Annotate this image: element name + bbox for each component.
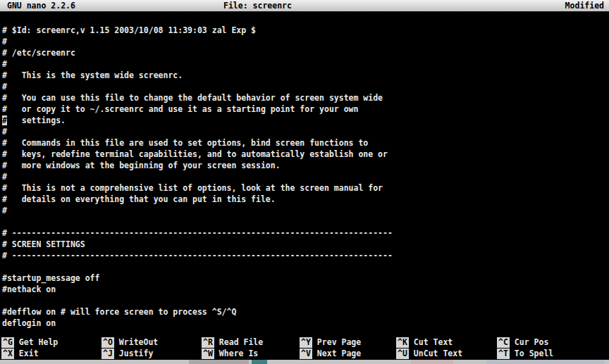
shortcut-key-badge: ^T (497, 349, 510, 359)
shortcut-label: Cur Pos (515, 337, 548, 347)
app-version-title: GNU nano 2.2.6 (7, 0, 75, 11)
editor-text-area[interactable]: # $Id: screenrc,v 1.15 2003/10/08 11:39:… (2, 25, 609, 329)
nano-title-bar: GNU nano 2.2.6 File: screenrc Modified (0, 0, 609, 12)
shortcut-label: To Spell (515, 349, 553, 358)
shortcut-ctrl-v: ^VNext Page (300, 349, 361, 360)
shortcut-label: Cut Text (414, 337, 453, 347)
editor-line: # (2, 126, 609, 137)
shortcut-key-badge: ^O (102, 337, 114, 348)
shortcut-key-badge: ^K (396, 337, 409, 348)
nano-terminal-window[interactable]: GNU nano 2.2.6 File: screenrc Modified #… (0, 0, 609, 364)
open-file-name: File: screenrc (223, 0, 292, 11)
editor-line (2, 261, 609, 272)
shortcut-key-badge: ^V (300, 349, 312, 359)
editor-line: # $Id: screenrc,v 1.15 2003/10/08 11:39:… (2, 25, 609, 36)
shortcut-ctrl-u: ^UUnCut Text (396, 349, 462, 360)
shortcut-key-badge: ^U (396, 349, 409, 359)
shortcut-label: Next Page (317, 349, 361, 358)
shortcut-key-badge: ^C (497, 337, 510, 348)
background-window-blue-patch (486, 360, 605, 364)
shortcut-ctrl-w: ^WWhere Is (202, 349, 258, 360)
editor-lines: # $Id: screenrc,v 1.15 2003/10/08 11:39:… (2, 25, 609, 329)
shortcut-key-badge: ^G (1, 337, 14, 348)
editor-line: # (2, 171, 609, 182)
shortcut-ctrl-c: ^CCur Pos (497, 337, 548, 349)
editor-line: # Commands in this file are used to set … (2, 137, 609, 149)
shortcut-label: UnCut Text (414, 349, 462, 358)
shortcut-ctrl-y: ^YPrev Page (300, 337, 361, 349)
modified-status-badge: Modified (565, 0, 604, 11)
shortcut-ctrl-j: ^JJustify (102, 349, 153, 360)
text-cursor: # (2, 115, 7, 125)
editor-line: # --------------------------------------… (2, 227, 609, 239)
editor-line: #startup_message off (2, 272, 609, 284)
shortcut-ctrl-t: ^TTo Spell (497, 349, 553, 360)
shortcut-key-badge: ^J (102, 349, 114, 359)
editor-line: #defflow on # will force screen to proce… (2, 306, 609, 318)
background-window-sliver (0, 360, 609, 364)
editor-line: # (2, 205, 609, 216)
shortcut-key-badge: ^W (202, 349, 214, 359)
editor-line: # /etc/screenrc (2, 47, 609, 58)
shortcut-help-bar: ^GGet Help^OWriteOut^RRead File^YPrev Pa… (0, 337, 609, 360)
background-window-pink-patch (411, 360, 453, 364)
shortcut-ctrl-g: ^GGet Help (1, 337, 58, 349)
shortcut-key-badge: ^X (1, 349, 14, 359)
editor-line: # (2, 58, 609, 70)
shortcut-key-badge: ^R (202, 337, 214, 348)
shortcut-label: Read File (219, 337, 263, 347)
shortcut-ctrl-k: ^KCut Text (396, 337, 453, 349)
editor-line: # details on everything that you can put… (2, 194, 609, 205)
shortcut-ctrl-x: ^XExit (1, 349, 39, 360)
shortcut-label: Exit (19, 349, 39, 358)
editor-line: # (2, 81, 609, 92)
shortcut-label: Get Help (19, 337, 58, 347)
editor-line: # This is the system wide screenrc. (2, 70, 609, 81)
editor-line: # or copy it to ~/.screenrc and use it a… (2, 103, 609, 115)
editor-line: # --------------------------------------… (2, 250, 609, 261)
background-window-gray-patch (189, 360, 249, 364)
shortcut-label: Justify (119, 349, 153, 358)
editor-line: # SCREEN SETTINGS (2, 239, 609, 250)
background-window-teal-patch (252, 360, 267, 364)
editor-line: # (2, 36, 609, 47)
editor-line: deflogin on (2, 318, 609, 329)
editor-line: # more windows at the beginning of your … (2, 160, 609, 171)
editor-line (2, 295, 609, 306)
editor-line: #nethack on (2, 284, 609, 295)
shortcut-label: WriteOut (119, 337, 158, 347)
shortcut-label: Prev Page (317, 337, 361, 347)
editor-line (2, 216, 609, 227)
shortcut-ctrl-r: ^RRead File (202, 337, 263, 349)
shortcut-key-badge: ^Y (300, 337, 312, 348)
editor-line: # settings. (2, 115, 609, 126)
editor-line: # You can use this file to change the de… (2, 92, 609, 103)
shortcut-ctrl-o: ^OWriteOut (102, 337, 158, 349)
shortcut-label: Where Is (219, 349, 258, 358)
editor-line: # keys, redefine terminal capabilities, … (2, 149, 609, 160)
editor-line: # This is not a comprehensive list of op… (2, 182, 609, 194)
